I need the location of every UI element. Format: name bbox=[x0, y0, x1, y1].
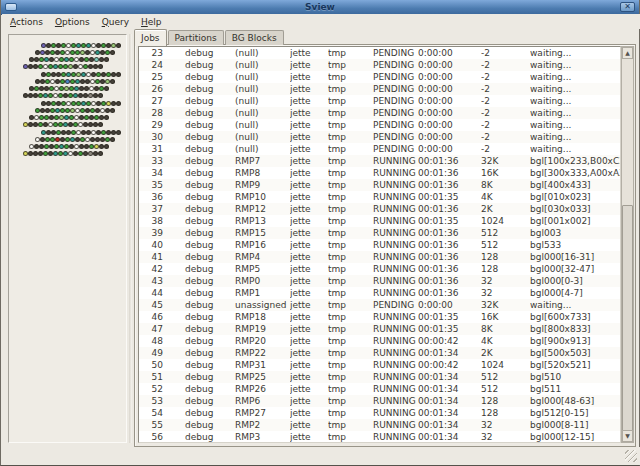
table-row[interactable]: 45debugunassignedjettetmpPENDING0:00:003… bbox=[139, 299, 620, 311]
table-row[interactable]: 43debugRMP0jettetmpRUNNING00:01:3632bgl0… bbox=[139, 275, 620, 287]
table-row[interactable]: 41debugRMP4jettetmpRUNNING00:01:36128bgl… bbox=[139, 251, 620, 263]
node-dot[interactable] bbox=[110, 50, 115, 55]
table-row[interactable]: 42debugRMP5jettetmpRUNNING00:01:36128bgl… bbox=[139, 263, 620, 275]
scroll-up-icon[interactable]: ▲ bbox=[622, 47, 633, 59]
menu-options[interactable]: Options bbox=[49, 16, 96, 28]
table-cell: debug bbox=[185, 107, 235, 119]
table-cell: 25 bbox=[139, 71, 185, 83]
node-dot[interactable] bbox=[104, 57, 109, 62]
table-cell: debug bbox=[185, 119, 235, 131]
table-cell: tmp bbox=[328, 215, 373, 227]
table-row[interactable]: 51debugRMP25jettetmpRUNNING00:01:34512bg… bbox=[139, 371, 620, 383]
node-dot[interactable] bbox=[116, 101, 121, 106]
tab-partitions[interactable]: Partitions bbox=[168, 30, 224, 45]
table-cell: debug bbox=[185, 179, 235, 191]
tab-jobs[interactable]: Jobs bbox=[134, 29, 167, 46]
table-cell: tmp bbox=[328, 227, 373, 239]
table-cell: RUNNING bbox=[373, 335, 418, 347]
table-cell: debug bbox=[185, 59, 235, 71]
table-cell: debug bbox=[185, 47, 235, 59]
table-cell: waiting... bbox=[530, 299, 620, 311]
node-dot[interactable] bbox=[116, 43, 121, 48]
node-dot[interactable] bbox=[98, 64, 103, 69]
scroll-down-icon[interactable]: ▼ bbox=[622, 430, 633, 442]
table-cell: bgl[030x033] bbox=[530, 203, 620, 215]
table-cell: debug bbox=[185, 311, 235, 323]
table-row[interactable]: 53debugRMP6jettetmpRUNNING00:01:34128bgl… bbox=[139, 395, 620, 407]
table-cell: jette bbox=[290, 215, 328, 227]
menu-mnemonic: O bbox=[55, 17, 62, 27]
table-row[interactable]: 47debugRMP19jettetmpRUNNING00:01:358Kbgl… bbox=[139, 323, 620, 335]
table-cell: 16K bbox=[481, 167, 530, 179]
menu-help[interactable]: Help bbox=[135, 16, 168, 28]
table-row[interactable]: 52debugRMP26jettetmpRUNNING00:01:34512bg… bbox=[139, 383, 620, 395]
table-cell: RMP16 bbox=[235, 239, 290, 251]
table-row[interactable]: 38debugRMP13jettetmpRUNNING00:01:351024b… bbox=[139, 215, 620, 227]
table-row[interactable]: 29debug(null)jettetmpPENDING0:00:00-2wai… bbox=[139, 119, 620, 131]
table-row[interactable]: 35debugRMP9jettetmpRUNNING00:01:368Kbgl[… bbox=[139, 179, 620, 191]
title-bar[interactable]: Sview ✕ bbox=[1, 0, 639, 15]
node-dot[interactable] bbox=[98, 93, 103, 98]
menu-actions[interactable]: Actions bbox=[4, 16, 49, 28]
table-row[interactable]: 26debug(null)jettetmpPENDING0:00:00-2wai… bbox=[139, 83, 620, 95]
pane-divider[interactable] bbox=[129, 34, 132, 443]
node-dot[interactable] bbox=[110, 137, 115, 142]
node-dot[interactable] bbox=[104, 115, 109, 120]
node-dot[interactable] bbox=[98, 122, 103, 127]
node-map-panel[interactable] bbox=[8, 34, 127, 443]
table-cell: waiting... bbox=[530, 47, 620, 59]
table-row[interactable]: 44debugRMP1jettetmpRUNNING00:01:3632bgl0… bbox=[139, 287, 620, 299]
table-row[interactable]: 54debugRMP27jettetmpRUNNING00:01:34128bg… bbox=[139, 407, 620, 419]
table-row[interactable]: 39debugRMP15jettetmpRUNNING00:01:36512bg… bbox=[139, 227, 620, 239]
table-cell: 0:00:00 bbox=[418, 59, 481, 71]
table-row[interactable]: 37debugRMP12jettetmpRUNNING00:01:362Kbgl… bbox=[139, 203, 620, 215]
table-row[interactable]: 48debugRMP20jettetmpRUNNING00:00:424Kbgl… bbox=[139, 335, 620, 347]
table-cell: 8K bbox=[481, 323, 530, 335]
table-cell: RUNNING bbox=[373, 239, 418, 251]
table-row[interactable]: 33debugRMP7jettetmpRUNNING00:01:3632Kbgl… bbox=[139, 155, 620, 167]
table-row[interactable]: 28debug(null)jettetmpPENDING0:00:00-2wai… bbox=[139, 107, 620, 119]
table-cell: debug bbox=[185, 131, 235, 143]
table-cell: 00:01:36 bbox=[418, 179, 481, 191]
table-row[interactable]: 40debugRMP16jettetmpRUNNING00:01:36512bg… bbox=[139, 239, 620, 251]
table-cell: 34 bbox=[139, 167, 185, 179]
node-dot[interactable] bbox=[110, 108, 115, 113]
table-cell: jette bbox=[290, 71, 328, 83]
table-row[interactable]: 55debugRMP2jettetmpRUNNING00:01:3432bgl0… bbox=[139, 419, 620, 431]
table-cell: 128 bbox=[481, 251, 530, 263]
table-row[interactable]: 24debug(null)jettetmpPENDING0:00:00-2wai… bbox=[139, 59, 620, 71]
node-dot[interactable] bbox=[104, 86, 109, 91]
scrollbar-thumb[interactable] bbox=[622, 205, 633, 431]
node-dot[interactable] bbox=[116, 72, 121, 77]
table-row[interactable]: 46debugRMP18jettetmpRUNNING00:01:3516Kbg… bbox=[139, 311, 620, 323]
close-icon[interactable]: ✕ bbox=[620, 2, 635, 12]
table-row[interactable]: 56debugRMP3jettetmpRUNNING00:01:3432bgl0… bbox=[139, 431, 620, 443]
table-cell: (null) bbox=[235, 107, 290, 119]
table-cell: 00:01:36 bbox=[418, 275, 481, 287]
window-menu-icon[interactable] bbox=[5, 3, 17, 11]
table-row[interactable]: 23debug(null)jettetmpPENDING0:00:00-2wai… bbox=[139, 47, 620, 59]
menu-query[interactable]: Query bbox=[96, 16, 135, 28]
table-row[interactable]: 34debugRMP8jettetmpRUNNING00:01:3616Kbgl… bbox=[139, 167, 620, 179]
node-dot[interactable] bbox=[98, 151, 103, 156]
table-row[interactable]: 25debug(null)jettetmpPENDING0:00:00-2wai… bbox=[139, 71, 620, 83]
table-row[interactable]: 27debug(null)jettetmpPENDING0:00:00-2wai… bbox=[139, 95, 620, 107]
resize-grip-icon[interactable] bbox=[625, 450, 637, 462]
table-row[interactable]: 31debug(null)jettetmpPENDING0:00:00-2wai… bbox=[139, 143, 620, 155]
vertical-scrollbar[interactable]: ▲ ▼ bbox=[621, 46, 634, 443]
table-cell: 128 bbox=[481, 263, 530, 275]
jobs-table[interactable]: 23debug(null)jettetmpPENDING0:00:00-2wai… bbox=[138, 46, 621, 443]
table-row[interactable]: 36debugRMP10jettetmpRUNNING00:01:354Kbgl… bbox=[139, 191, 620, 203]
table-cell: -2 bbox=[481, 95, 530, 107]
table-cell: debug bbox=[185, 95, 235, 107]
node-dot[interactable] bbox=[104, 144, 109, 149]
table-row[interactable]: 50debugRMP31jettetmpRUNNING00:00:421024b… bbox=[139, 359, 620, 371]
table-row[interactable]: 30debug(null)jettetmpPENDING0:00:00-2wai… bbox=[139, 131, 620, 143]
table-cell: 00:01:34 bbox=[418, 407, 481, 419]
node-dot[interactable] bbox=[110, 79, 115, 84]
table-cell: jette bbox=[290, 227, 328, 239]
node-dot[interactable] bbox=[116, 130, 121, 135]
tab-bg-blocks[interactable]: BG Blocks bbox=[225, 30, 284, 45]
table-cell: bgl[010x023] bbox=[530, 191, 620, 203]
table-row[interactable]: 49debugRMP22jettetmpRUNNING00:01:342Kbgl… bbox=[139, 347, 620, 359]
